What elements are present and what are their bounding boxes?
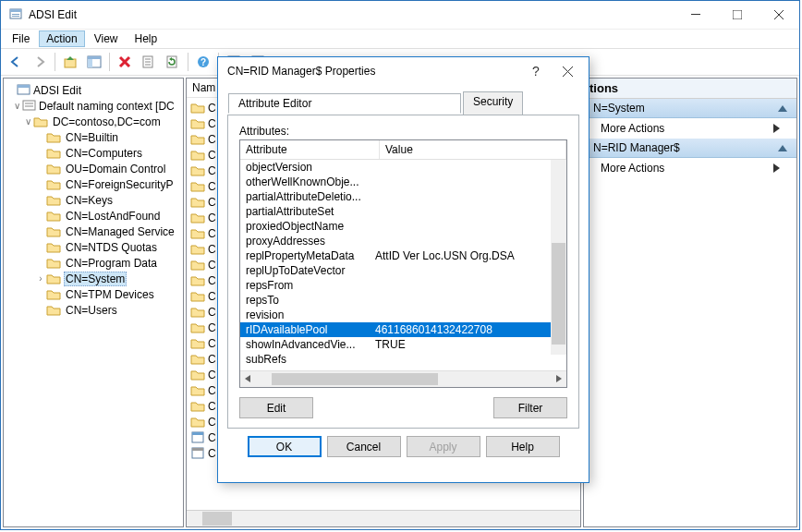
attribute-row[interactable]: proxiedObjectName xyxy=(240,219,566,234)
dialog-title: CN=RID Manager$ Properties xyxy=(227,65,520,78)
chevron-right-icon xyxy=(773,124,780,133)
folder-icon xyxy=(190,259,205,271)
minimize-button[interactable] xyxy=(674,1,716,29)
folder-icon xyxy=(33,115,48,127)
list-item-label: C xyxy=(208,400,216,413)
attr-value: TRUE xyxy=(373,338,566,351)
list-item-label: C xyxy=(208,133,216,146)
folder-icon xyxy=(190,102,205,114)
list-item-label: C xyxy=(208,306,216,319)
svg-rect-5 xyxy=(733,10,742,19)
dialog-help-button[interactable]: ? xyxy=(520,61,552,81)
expand-icon[interactable]: ∨ xyxy=(22,116,33,127)
attribute-row[interactable]: repsFrom xyxy=(240,278,566,293)
attribute-row[interactable]: revision xyxy=(240,308,566,322)
tree-pane[interactable]: ADSI Edit ∨Default naming context [DC ∨D… xyxy=(3,78,184,527)
help-button[interactable]: ? xyxy=(192,51,214,73)
window-title: ADSI Edit xyxy=(29,8,674,21)
show-hide-button[interactable] xyxy=(83,51,105,73)
attribute-row[interactable]: replPropertyMetaDataAttID Ver Loc.USN Or… xyxy=(240,248,566,263)
tree-node[interactable]: CN=TPM Devices xyxy=(6,286,181,302)
menu-file[interactable]: File xyxy=(5,30,37,47)
attribute-row[interactable]: subRefs xyxy=(240,352,566,367)
actions-section-system[interactable]: N=System xyxy=(584,99,796,118)
attribute-row[interactable]: partialAttributeSet xyxy=(240,204,566,219)
ok-button[interactable]: OK xyxy=(248,436,322,457)
folder-icon xyxy=(190,117,205,129)
refresh-button[interactable] xyxy=(162,51,184,73)
expand-icon[interactable]: ∨ xyxy=(11,101,22,111)
delete-button[interactable] xyxy=(114,51,136,73)
attribute-row[interactable]: replUpToDateVector xyxy=(240,263,566,278)
menu-view[interactable]: View xyxy=(87,30,126,47)
properties-button[interactable] xyxy=(138,51,160,73)
folder-icon xyxy=(190,212,205,224)
tree-node[interactable]: CN=Program Data xyxy=(6,255,181,271)
folder-icon xyxy=(190,180,205,192)
tree-node[interactable]: CN=Managed Service xyxy=(6,224,181,239)
list-item-label: C xyxy=(208,384,216,397)
tree-dc[interactable]: DC=contoso,DC=com xyxy=(51,115,163,128)
tree-node[interactable]: CN=NTDS Quotas xyxy=(6,239,181,255)
dialog-close-button[interactable] xyxy=(552,61,583,81)
edit-button[interactable]: Edit xyxy=(239,397,313,418)
attribute-row[interactable]: showInAdvancedVie...TRUE xyxy=(240,337,566,352)
actions-more-1[interactable]: More Actions xyxy=(584,118,796,139)
tab-security[interactable]: Security xyxy=(463,91,523,115)
app-icon xyxy=(8,6,23,24)
back-button[interactable] xyxy=(5,51,27,73)
actions-section-rid[interactable]: N=RID Manager$ xyxy=(584,139,796,158)
tree-node[interactable]: CN=Builtin xyxy=(6,129,181,145)
maximize-button[interactable] xyxy=(716,1,758,29)
tree-node[interactable]: CN=LostAndFound xyxy=(6,208,181,224)
attribute-row[interactable]: repsTo xyxy=(240,293,566,308)
column-value[interactable]: Value xyxy=(380,140,566,159)
attribute-row[interactable]: rIDAvailablePool4611686014132422708 xyxy=(240,322,566,337)
list-item-label: C xyxy=(208,243,216,256)
attr-hscroll[interactable] xyxy=(240,370,566,387)
tree-node[interactable]: ›CN=System xyxy=(6,271,181,286)
list-item-label: C xyxy=(208,227,216,240)
tree-root[interactable]: ADSI Edit xyxy=(31,84,83,97)
attribute-row[interactable]: partialAttributeDeletio... xyxy=(240,189,566,204)
tree-node[interactable]: CN=Keys xyxy=(6,192,181,208)
svg-rect-1 xyxy=(10,9,21,12)
list-hscroll[interactable] xyxy=(187,510,580,526)
tab-attribute-editor[interactable]: Attribute Editor xyxy=(228,93,461,114)
chevron-right-icon xyxy=(773,163,780,173)
up-button[interactable] xyxy=(59,51,81,73)
list-item-label: C xyxy=(208,274,216,287)
attributes-label: Attributes: xyxy=(239,125,567,138)
attr-value: 4611686014132422708 xyxy=(373,323,566,336)
expand-icon[interactable]: › xyxy=(35,273,46,284)
tree-context[interactable]: Default naming context [DC xyxy=(37,100,176,113)
cancel-button[interactable]: Cancel xyxy=(327,436,401,457)
column-attribute[interactable]: Attribute xyxy=(240,140,380,159)
filter-button[interactable]: Filter xyxy=(493,397,567,418)
list-item-label: C xyxy=(208,117,216,130)
menu-help[interactable]: Help xyxy=(128,30,165,47)
attribute-list[interactable]: Attribute Value objectVersionotherWellKn… xyxy=(239,139,567,388)
attribute-row[interactable]: objectVersion xyxy=(240,160,566,175)
attribute-row[interactable]: otherWellKnownObje... xyxy=(240,175,566,189)
list-item-label: C xyxy=(208,180,216,193)
help-button[interactable]: Help xyxy=(486,436,560,457)
folder-icon xyxy=(190,306,205,318)
folder-icon xyxy=(190,133,205,145)
apply-button[interactable]: Apply xyxy=(407,436,480,457)
actions-title: tions xyxy=(584,79,796,99)
folder-icon xyxy=(46,304,61,316)
tree-node[interactable]: OU=Domain Control xyxy=(6,161,181,176)
tree-node[interactable]: CN=ForeignSecurityP xyxy=(6,176,181,192)
folder-icon xyxy=(46,147,61,159)
actions-more-2[interactable]: More Actions xyxy=(584,158,796,178)
forward-button[interactable] xyxy=(29,51,51,73)
attr-value: AttID Ver Loc.USN Org.DSA xyxy=(373,249,566,262)
attribute-row[interactable]: proxyAddresses xyxy=(240,234,566,248)
close-button[interactable] xyxy=(758,1,799,29)
menu-action[interactable]: Action xyxy=(39,30,84,47)
attr-vscroll[interactable] xyxy=(551,160,566,355)
folder-icon xyxy=(190,164,205,176)
tree-node[interactable]: CN=Users xyxy=(6,302,181,318)
tree-node[interactable]: CN=Computers xyxy=(6,145,181,161)
